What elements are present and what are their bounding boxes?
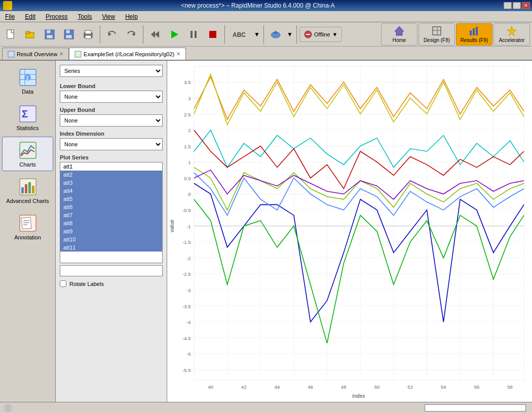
svg-text:52: 52 — [407, 384, 413, 390]
titlebar-controls: _ □ ✕ — [504, 2, 530, 9]
pause-button[interactable] — [184, 25, 203, 44]
print-button[interactable] — [79, 25, 97, 44]
cloud-dropdown[interactable]: ▼ — [286, 25, 294, 44]
sidebar-item-data[interactable]: Σ Data — [2, 64, 53, 98]
svg-text:-4.5: -4.5 — [182, 336, 191, 341]
menu-process[interactable]: Process — [43, 12, 70, 21]
series-att11[interactable]: att11 — [60, 243, 162, 252]
svg-marker-12 — [108, 32, 111, 36]
save-button[interactable] — [41, 25, 59, 44]
index-dimension-label: Index Dimension — [60, 131, 163, 137]
series-att5[interactable]: att5 — [60, 195, 162, 203]
plot-series-list[interactable]: att1 att2 att3 att4 att5 att6 att7 att8 … — [60, 162, 163, 263]
titlebar-icon — [3, 1, 12, 10]
new-button[interactable] — [2, 25, 20, 44]
svg-rect-50 — [21, 217, 31, 229]
exampleset-tab[interactable]: ExampleSet (//Local Repository/g02) ✕ — [69, 48, 186, 60]
svg-text:58: 58 — [507, 384, 513, 390]
series-att3[interactable]: att3 — [60, 179, 162, 187]
undo-button[interactable] — [103, 25, 121, 44]
toolbar: ABC ▼ ▼ Offline ▼ Home Design (F8) Resul… — [0, 22, 532, 47]
chart-type-select[interactable]: Series — [60, 65, 163, 77]
svg-rect-55 — [194, 66, 524, 381]
series-att2[interactable]: att2 — [60, 171, 162, 179]
svg-rect-2 — [26, 31, 29, 33]
svg-rect-47 — [28, 182, 31, 193]
svg-text:1.5: 1.5 — [184, 144, 191, 149]
run-button[interactable] — [165, 25, 183, 44]
menu-view[interactable]: View — [99, 12, 118, 21]
home-tab-button[interactable]: Home — [381, 23, 417, 46]
sidebar-annotation-label: Annotation — [14, 234, 41, 240]
open-button[interactable] — [21, 25, 40, 44]
cloud-upload-button[interactable] — [267, 25, 285, 44]
svg-text:-5: -5 — [186, 351, 191, 357]
svg-text:40: 40 — [208, 384, 213, 390]
advanced-charts-icon — [18, 177, 38, 197]
svg-text:Σ: Σ — [22, 108, 28, 119]
toolbar-sep-5 — [296, 25, 297, 44]
result-overview-tab[interactable]: Result Overview ✕ — [2, 48, 69, 60]
rotate-labels-checkbox[interactable] — [60, 280, 66, 287]
search-box[interactable] — [60, 265, 163, 276]
upper-bound-select[interactable]: None — [60, 114, 163, 127]
close-button[interactable]: ✕ — [522, 2, 530, 9]
series-att9[interactable]: att9 — [60, 227, 162, 235]
stop-button[interactable] — [204, 25, 222, 44]
svg-text:50: 50 — [374, 384, 380, 390]
menu-tools[interactable]: Tools — [74, 12, 95, 21]
menu-file[interactable]: File — [2, 12, 18, 21]
offline-button[interactable]: Offline ▼ — [299, 27, 342, 42]
svg-rect-33 — [8, 51, 14, 57]
index-dimension-select[interactable]: None — [60, 138, 163, 150]
sidebar-item-annotation[interactable]: Annotation — [2, 210, 53, 244]
maximize-button[interactable]: □ — [513, 2, 521, 9]
annotation-icon — [18, 213, 38, 233]
results-tab-button[interactable]: Results (F9) — [456, 23, 492, 46]
step-back-button[interactable] — [146, 25, 164, 44]
svg-rect-18 — [195, 31, 197, 38]
status-indicator — [4, 404, 12, 412]
svg-rect-0 — [7, 30, 14, 38]
chart-svg: 3.5 3 2.5 2 1.5 1 0.5 0 -0.5 -1 -1.5 -2 … — [167, 61, 532, 402]
toolbar-sep-3 — [224, 25, 225, 44]
toolbar-sep-2 — [143, 25, 143, 44]
tabbar: Result Overview ✕ ExampleSet (//Local Re… — [0, 47, 532, 61]
sidebar-item-advanced-charts[interactable]: Advanced Charts — [2, 173, 53, 208]
minimize-button[interactable]: _ — [504, 2, 512, 9]
sidebar-data-label: Data — [22, 89, 33, 95]
svg-rect-46 — [25, 184, 27, 193]
progress-bar — [425, 404, 526, 411]
svg-text:-3: -3 — [186, 287, 191, 293]
svg-marker-32 — [507, 26, 516, 36]
chart-area: 3.5 3 2.5 2 1.5 1 0.5 0 -0.5 -1 -1.5 -2 … — [167, 61, 532, 402]
series-att4[interactable]: att4 — [60, 187, 162, 195]
svg-rect-5 — [47, 35, 53, 38]
series-att6[interactable]: att6 — [60, 203, 162, 211]
menubar: File Edit Process Tools View Help — [0, 11, 532, 22]
svg-text:ABC: ABC — [233, 31, 246, 38]
exampleset-close[interactable]: ✕ — [176, 51, 180, 57]
svg-marker-16 — [171, 30, 178, 38]
redo-button[interactable] — [122, 25, 140, 44]
text-button[interactable]: ABC — [227, 25, 252, 44]
accelerator-tab-button[interactable]: Accelerator — [493, 23, 530, 46]
series-att10[interactable]: att10 — [60, 235, 162, 243]
menu-help[interactable]: Help — [122, 12, 141, 21]
design-tab-button[interactable]: Design (F8) — [419, 23, 455, 46]
series-att7[interactable]: att7 — [60, 211, 162, 219]
svg-rect-34 — [75, 51, 81, 57]
menu-edit[interactable]: Edit — [22, 12, 39, 21]
svg-text:-3.5: -3.5 — [182, 304, 191, 309]
result-overview-close[interactable]: ✕ — [59, 51, 63, 57]
lower-bound-select[interactable]: None — [60, 91, 163, 103]
series-att8[interactable]: att8 — [60, 219, 162, 227]
accelerator-tab-label: Accelerator — [499, 37, 525, 43]
text-dropdown[interactable]: ▼ — [253, 25, 261, 44]
series-att1[interactable]: att1 — [60, 162, 162, 171]
design-tab-label: Design (F8) — [424, 37, 450, 43]
toolbar-right: Home Design (F8) Results (F9) Accelerato… — [381, 23, 530, 46]
sidebar-item-charts[interactable]: Charts — [2, 137, 53, 171]
save-as-button[interactable] — [60, 25, 78, 44]
sidebar-item-statistics[interactable]: Σ Statistics — [2, 100, 53, 135]
